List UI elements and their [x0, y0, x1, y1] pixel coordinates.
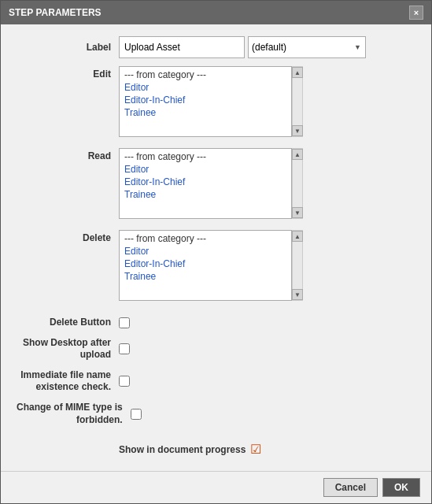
ok-button[interactable]: OK	[382, 478, 420, 497]
scroll-up-btn[interactable]: ▲	[292, 231, 303, 242]
read-label: Read	[17, 148, 119, 161]
read-scrollbar[interactable]: ▲ ▼	[292, 148, 303, 219]
list-item[interactable]: Trainee	[120, 270, 291, 283]
list-item[interactable]: Editor-In-Chief	[120, 258, 291, 270]
list-item[interactable]: Editor-In-Chief	[120, 94, 291, 106]
change-mime-checkbox[interactable]	[131, 409, 142, 420]
step-parameters-dialog: STEP PARAMETERS × Label (default) Edit -…	[0, 0, 432, 504]
edit-scrollbar[interactable]: ▲ ▼	[292, 66, 303, 137]
list-item[interactable]: Editor	[120, 163, 291, 176]
delete-button-row: Delete Button	[17, 317, 415, 329]
label-input[interactable]	[119, 36, 245, 58]
cancel-button[interactable]: Cancel	[323, 478, 378, 497]
show-progress-row: Show in document progress ☑	[17, 442, 415, 457]
dialog-body: Label (default) Edit --- from category -…	[1, 24, 431, 471]
list-item[interactable]: --- from category ---	[120, 232, 291, 245]
change-mime-label: Change of MIME type is forbidden.	[17, 402, 131, 426]
list-item[interactable]: Trainee	[120, 106, 291, 119]
label-field-label: Label	[17, 42, 119, 53]
scroll-track	[293, 78, 302, 125]
edit-listbox[interactable]: --- from category --- Editor Editor-In-C…	[119, 66, 292, 137]
label-row: Label (default)	[17, 36, 415, 58]
list-item[interactable]: Editor-In-Chief	[120, 176, 291, 188]
show-progress-label: Show in document progress	[119, 444, 246, 455]
dialog-title: STEP PARAMETERS	[9, 7, 102, 18]
immediate-check-row: Immediate file name existence check.	[17, 369, 415, 394]
delete-scrollbar[interactable]: ▲ ▼	[292, 230, 303, 301]
show-desktop-label: Show Desktop after upload	[17, 337, 119, 361]
delete-listbox-container: --- from category --- Editor Editor-In-C…	[119, 230, 303, 301]
show-progress-checked-icon[interactable]: ☑	[250, 442, 261, 457]
scroll-up-btn[interactable]: ▲	[292, 67, 303, 78]
list-item[interactable]: Editor	[120, 81, 291, 94]
scroll-down-btn[interactable]: ▼	[292, 289, 303, 300]
delete-row: Delete --- from category --- Editor Edit…	[17, 230, 415, 301]
read-listbox-container: --- from category --- Editor Editor-In-C…	[119, 148, 303, 219]
default-select-wrapper: (default)	[245, 36, 366, 58]
edit-listbox-container: --- from category --- Editor Editor-In-C…	[119, 66, 303, 137]
dialog-footer: Cancel OK	[1, 471, 431, 503]
dialog-header: STEP PARAMETERS ×	[1, 1, 431, 24]
delete-button-checkbox[interactable]	[119, 317, 130, 328]
close-button[interactable]: ×	[409, 6, 423, 20]
show-desktop-row: Show Desktop after upload	[17, 337, 415, 361]
scroll-track	[293, 160, 302, 207]
scroll-track	[293, 242, 302, 289]
list-item[interactable]: Trainee	[120, 188, 291, 201]
edit-row: Edit --- from category --- Editor Editor…	[17, 66, 415, 137]
list-item[interactable]: --- from category ---	[120, 150, 291, 163]
immediate-check-checkbox[interactable]	[119, 376, 130, 387]
list-item[interactable]: Editor	[120, 245, 291, 258]
edit-label: Edit	[17, 66, 119, 80]
change-mime-row: Change of MIME type is forbidden.	[17, 402, 415, 426]
read-listbox[interactable]: --- from category --- Editor Editor-In-C…	[119, 148, 292, 219]
immediate-check-label: Immediate file name existence check.	[17, 369, 119, 394]
show-desktop-checkbox[interactable]	[119, 343, 130, 354]
default-select[interactable]: (default)	[248, 36, 366, 58]
delete-listbox[interactable]: --- from category --- Editor Editor-In-C…	[119, 230, 292, 301]
scroll-up-btn[interactable]: ▲	[292, 149, 303, 160]
list-item[interactable]: --- from category ---	[120, 69, 291, 81]
scroll-down-btn[interactable]: ▼	[292, 125, 303, 136]
read-row: Read --- from category --- Editor Editor…	[17, 148, 415, 219]
delete-label: Delete	[17, 230, 119, 243]
scroll-down-btn[interactable]: ▼	[292, 207, 303, 218]
delete-button-label: Delete Button	[17, 317, 119, 329]
